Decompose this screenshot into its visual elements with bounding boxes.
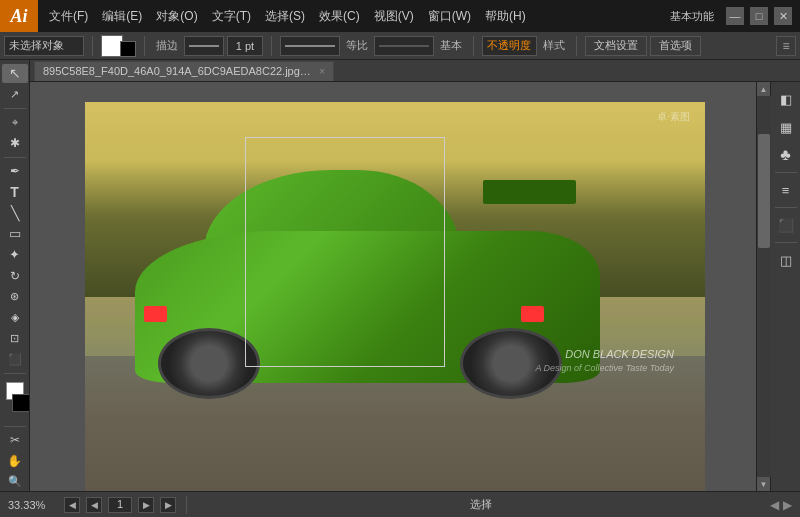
opacity-dropdown[interactable]: 不透明度 xyxy=(482,36,537,56)
style-box[interactable] xyxy=(374,36,434,56)
scroll-up-button[interactable]: ▲ xyxy=(757,82,771,96)
artboard-image: 卓·素图 DON BLACK DESIGN A Design of Collec… xyxy=(85,102,705,491)
watermark-top: 卓·素图 xyxy=(657,110,690,124)
menu-file[interactable]: 文件(F) xyxy=(42,0,95,32)
menu-edit[interactable]: 编辑(E) xyxy=(95,0,149,32)
toolbar-opacity-section: 不透明度 样式 xyxy=(482,36,568,56)
brush-tool-button[interactable]: ✦ xyxy=(2,245,28,264)
swatches-panel-button[interactable]: ▦ xyxy=(773,114,799,140)
tab-close-button[interactable]: × xyxy=(319,66,325,77)
toolbar-sep-1 xyxy=(92,36,93,56)
rect-tool-button[interactable]: ▭ xyxy=(2,224,28,243)
scroll-track[interactable] xyxy=(757,96,771,477)
pen-tool-button[interactable]: ✒ xyxy=(2,161,28,180)
right-sep-3 xyxy=(775,242,797,243)
lasso-tool-button[interactable]: ⌖ xyxy=(2,113,28,132)
tool-sep-1 xyxy=(4,108,26,109)
zoom-tool-button[interactable]: 🔍 xyxy=(2,472,28,491)
menu-window[interactable]: 窗口(W) xyxy=(421,0,478,32)
stroke-label: 描边 xyxy=(153,38,181,53)
hand-tool-button[interactable]: ✋ xyxy=(2,451,28,470)
file-tab[interactable]: 895C58E8_F40D_46A0_914A_6DC9AEDA8C22.jpg… xyxy=(34,61,334,81)
left-toolbar: ↖ ↗ ⌖ ✱ ✒ T ╲ ▭ ✦ ↻ ⊛ ◈ ⊡ ⬛ ✂ ✋ 🔍 xyxy=(0,60,30,491)
watermark-brand: DON BLACK DESIGN A Design of Collective … xyxy=(535,347,674,375)
type-tool-button[interactable]: T xyxy=(2,182,28,201)
canvas-scroll-area: 卓·素图 DON BLACK DESIGN A Design of Collec… xyxy=(30,82,800,491)
first-page-button[interactable]: ▶ xyxy=(160,497,176,513)
status-arrow-left[interactable]: ◀ xyxy=(770,498,779,512)
gradient-tool-button[interactable]: ⬛ xyxy=(2,350,28,369)
appearance-panel-button[interactable]: ⬛ xyxy=(773,212,799,238)
background-color[interactable] xyxy=(12,394,30,412)
canvas-area[interactable]: 卓·素图 DON BLACK DESIGN A Design of Collec… xyxy=(30,82,756,491)
right-sep-2 xyxy=(775,207,797,208)
menu-effect[interactable]: 效果(C) xyxy=(312,0,367,32)
next-page-button[interactable]: ◀ xyxy=(86,497,102,513)
car-wheel-left xyxy=(158,328,260,399)
toolbar: 未选择对象 描边 1 pt 等比 基本 不透明度 样式 文档设置 首选项 ≡ xyxy=(0,32,800,60)
status-sep-1 xyxy=(186,496,187,514)
close-button[interactable]: ✕ xyxy=(774,7,792,25)
menu-object[interactable]: 对象(O) xyxy=(149,0,204,32)
last-page-button[interactable]: ▶ xyxy=(138,497,154,513)
minimize-button[interactable]: — xyxy=(726,7,744,25)
blend-tool-button[interactable]: ◈ xyxy=(2,308,28,327)
preferences-button[interactable]: 首选项 xyxy=(650,36,701,56)
menu-bar: 文件(F) 编辑(E) 对象(O) 文字(T) 选择(S) 效果(C) 视图(V… xyxy=(38,0,664,32)
toolbar-sep-3 xyxy=(271,36,272,56)
car-light-right xyxy=(521,306,544,322)
scale-label: 等比 xyxy=(343,38,371,53)
toolbar-fill-section xyxy=(101,35,136,57)
status-right: ◀ ▶ xyxy=(770,498,792,512)
doc-setup-button[interactable]: 文档设置 xyxy=(585,36,647,56)
style-label2: 样式 xyxy=(540,38,568,53)
toolbar-right: ≡ xyxy=(776,36,796,56)
menu-view[interactable]: 视图(V) xyxy=(367,0,421,32)
menu-type[interactable]: 文字(T) xyxy=(205,0,258,32)
maximize-button[interactable]: □ xyxy=(750,7,768,25)
tool-sep-2 xyxy=(4,157,26,158)
app-logo: Ai xyxy=(0,0,38,32)
stroke-color-box[interactable] xyxy=(120,41,136,57)
mesh-tool-button[interactable]: ⊡ xyxy=(2,329,28,348)
magic-wand-button[interactable]: ✱ xyxy=(2,134,28,153)
menu-help[interactable]: 帮助(H) xyxy=(478,0,533,32)
prev-page-button[interactable]: ◀ xyxy=(64,497,80,513)
status-center: 选择 xyxy=(197,497,764,512)
scroll-thumb[interactable] xyxy=(758,134,770,248)
layers-panel-button[interactable]: ◫ xyxy=(773,247,799,273)
title-right: 基本功能 — □ ✕ xyxy=(664,7,800,25)
stroke-panel-button[interactable]: ≡ xyxy=(773,177,799,203)
stroke-style-box[interactable] xyxy=(184,36,224,56)
scissors-tool-button[interactable]: ✂ xyxy=(2,430,28,449)
toolbar-selection-section: 未选择对象 xyxy=(4,36,84,56)
brushes-panel-button[interactable]: ♣ xyxy=(773,142,799,168)
tab-filename: 895C58E8_F40D_46A0_914A_6DC9AEDA8C22.jpg… xyxy=(43,64,313,79)
canvas-wrapper: 895C58E8_F40D_46A0_914A_6DC9AEDA8C22.jpg… xyxy=(30,60,800,491)
stroke-width-input[interactable]: 1 pt xyxy=(227,36,263,56)
scale-tool-button[interactable]: ⊛ xyxy=(2,287,28,306)
toolbar-doc-section: 文档设置 首选项 xyxy=(585,36,701,56)
direct-select-tool-button[interactable]: ↗ xyxy=(2,85,28,104)
selection-dropdown[interactable]: 未选择对象 xyxy=(4,36,84,56)
scale-box[interactable] xyxy=(280,36,340,56)
rotate-tool-button[interactable]: ↻ xyxy=(2,266,28,285)
workspace-label: 基本功能 xyxy=(664,9,720,24)
right-sep-1 xyxy=(775,172,797,173)
tab-bar: 895C58E8_F40D_46A0_914A_6DC9AEDA8C22.jpg… xyxy=(30,60,800,82)
line-tool-button[interactable]: ╲ xyxy=(2,203,28,222)
toolbar-settings-icon[interactable]: ≡ xyxy=(776,36,796,56)
status-arrow-right[interactable]: ▶ xyxy=(783,498,792,512)
color-swatches xyxy=(6,382,24,418)
car-spoiler xyxy=(483,180,576,204)
right-scrollbar: ▲ ▼ xyxy=(756,82,770,491)
zoom-level: 33.33% xyxy=(8,499,58,511)
scroll-down-button[interactable]: ▼ xyxy=(757,477,771,491)
page-number-input[interactable]: 1 xyxy=(108,497,132,513)
toolbar-sep-4 xyxy=(473,36,474,56)
color-panel-button[interactable]: ◧ xyxy=(773,86,799,112)
select-tool-button[interactable]: ↖ xyxy=(2,64,28,83)
canvas-content: 卓·素图 DON BLACK DESIGN A Design of Collec… xyxy=(30,82,756,491)
main-area: ↖ ↗ ⌖ ✱ ✒ T ╲ ▭ ✦ ↻ ⊛ ◈ ⊡ ⬛ ✂ ✋ 🔍 895C58… xyxy=(0,60,800,491)
menu-select[interactable]: 选择(S) xyxy=(258,0,312,32)
